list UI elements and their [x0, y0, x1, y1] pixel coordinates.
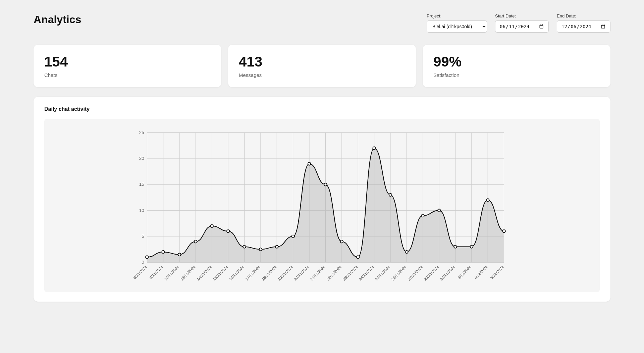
- svg-point-52: [422, 214, 424, 217]
- page-title: Analytics: [34, 13, 81, 26]
- svg-text:6/11/2024: 6/11/2024: [132, 265, 148, 280]
- header-row: Analytics Project: Biel.ai (dl1kps0old) …: [34, 13, 610, 33]
- stat-card-chats: 154 Chats: [34, 45, 221, 87]
- svg-text:30/11/2024: 30/11/2024: [439, 265, 456, 281]
- svg-text:18/11/2024: 18/11/2024: [261, 265, 278, 281]
- svg-point-55: [470, 246, 473, 248]
- stat-card-messages: 413 Messages: [228, 45, 416, 87]
- svg-text:14/11/2024: 14/11/2024: [196, 265, 213, 281]
- project-select[interactable]: Biel.ai (dl1kps0old): [427, 20, 487, 33]
- svg-text:4/12/2024: 4/12/2024: [473, 265, 488, 280]
- svg-point-39: [211, 225, 213, 227]
- messages-value: 413: [239, 54, 405, 70]
- svg-point-44: [292, 235, 294, 238]
- daily-chat-chart: 05101520256/11/20248/11/202410/11/202413…: [50, 126, 594, 287]
- svg-text:3/12/2024: 3/12/2024: [457, 265, 472, 280]
- svg-text:21/11/2024: 21/11/2024: [310, 265, 326, 281]
- svg-text:8/11/2024: 8/11/2024: [149, 265, 164, 280]
- svg-text:26/11/2024: 26/11/2024: [391, 265, 408, 281]
- svg-point-54: [454, 246, 457, 248]
- svg-text:22/11/2024: 22/11/2024: [326, 265, 342, 281]
- chats-value: 154: [44, 54, 211, 70]
- svg-point-37: [178, 253, 181, 256]
- svg-point-38: [194, 240, 197, 243]
- satisfaction-label: Satisfaction: [433, 72, 600, 78]
- start-date-label: Start Date:: [495, 13, 549, 18]
- svg-point-47: [340, 240, 343, 243]
- svg-text:13/11/2024: 13/11/2024: [180, 265, 197, 281]
- svg-text:25: 25: [139, 130, 144, 135]
- satisfaction-value: 99%: [433, 54, 600, 70]
- end-date-input[interactable]: [557, 20, 610, 33]
- chart-title: Daily chat activity: [44, 106, 600, 112]
- svg-point-48: [357, 256, 359, 259]
- svg-text:15: 15: [139, 182, 144, 187]
- stat-card-satisfaction: 99% Satisfaction: [423, 45, 610, 87]
- svg-text:20: 20: [139, 156, 144, 161]
- svg-point-49: [373, 147, 375, 149]
- svg-text:15/11/2024: 15/11/2024: [212, 265, 229, 281]
- svg-point-43: [275, 246, 278, 248]
- start-date-filter-group: Start Date:: [495, 13, 549, 33]
- svg-point-45: [308, 163, 311, 165]
- svg-point-35: [146, 256, 148, 259]
- project-label: Project:: [427, 13, 487, 18]
- svg-text:24/11/2024: 24/11/2024: [358, 265, 375, 281]
- start-date-input[interactable]: [495, 20, 549, 33]
- svg-point-57: [502, 230, 505, 232]
- svg-text:19/11/2024: 19/11/2024: [277, 265, 294, 281]
- svg-text:20/11/2024: 20/11/2024: [293, 265, 310, 281]
- stats-row: 154 Chats 413 Messages 99% Satisfaction: [34, 45, 610, 87]
- svg-text:27/11/2024: 27/11/2024: [407, 265, 424, 281]
- svg-text:25/11/2024: 25/11/2024: [374, 265, 391, 281]
- svg-point-50: [389, 193, 392, 196]
- svg-text:5: 5: [142, 234, 144, 239]
- end-date-filter-group: End Date:: [557, 13, 610, 33]
- svg-point-51: [405, 251, 408, 253]
- chats-label: Chats: [44, 72, 211, 78]
- svg-text:10/11/2024: 10/11/2024: [163, 265, 180, 281]
- svg-text:16/11/2024: 16/11/2024: [228, 265, 245, 281]
- svg-text:10: 10: [139, 208, 144, 213]
- messages-label: Messages: [239, 72, 405, 78]
- chart-wrapper: 05101520256/11/20248/11/202410/11/202413…: [44, 119, 600, 292]
- end-date-label: End Date:: [557, 13, 610, 18]
- svg-text:0: 0: [142, 260, 144, 265]
- svg-point-42: [259, 248, 262, 251]
- svg-point-40: [227, 230, 229, 232]
- svg-text:5/12/2024: 5/12/2024: [489, 265, 504, 280]
- svg-text:23/11/2024: 23/11/2024: [342, 265, 359, 281]
- project-filter-group: Project: Biel.ai (dl1kps0old): [427, 13, 487, 33]
- filters-row: Project: Biel.ai (dl1kps0old) Start Date…: [427, 13, 610, 33]
- svg-text:29/11/2024: 29/11/2024: [423, 265, 440, 281]
- svg-point-36: [162, 251, 164, 253]
- svg-point-46: [324, 183, 327, 186]
- main-content: Analytics Project: Biel.ai (dl1kps0old) …: [0, 0, 644, 315]
- svg-point-53: [438, 209, 440, 212]
- chart-card: Daily chat activity 05101520256/11/20248…: [34, 97, 610, 302]
- svg-text:17/11/2024: 17/11/2024: [245, 265, 261, 281]
- svg-point-56: [486, 199, 489, 202]
- svg-point-41: [243, 246, 246, 248]
